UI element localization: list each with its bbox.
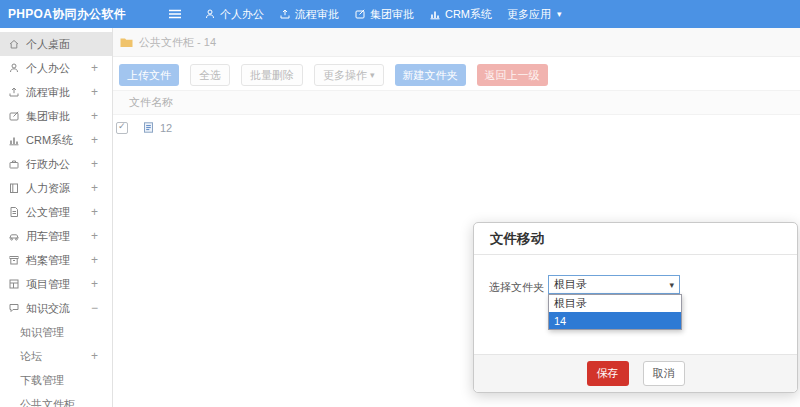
book-icon	[8, 182, 20, 194]
sidebar-item-vehicle-management[interactable]: 用车管理 +	[0, 224, 112, 248]
upload-icon	[279, 8, 291, 20]
file-icon	[143, 122, 154, 133]
select-all-button[interactable]: 全选	[190, 64, 230, 86]
home-icon	[8, 38, 20, 50]
sidebar-item-project-management[interactable]: 项目管理 +	[0, 272, 112, 296]
more-actions-button[interactable]: 更多操作 ▾	[314, 64, 384, 86]
sidebar-item-label: 个人办公	[26, 61, 70, 76]
car-icon	[8, 230, 20, 242]
sidebar-item-label: 项目管理	[26, 277, 70, 292]
expand-plus-icon[interactable]: +	[91, 277, 98, 291]
edit-icon	[8, 110, 20, 122]
save-button[interactable]: 保存	[587, 361, 629, 386]
topbar: PHPOA协同办公软件 个人办公 流程审批	[0, 0, 800, 28]
dropdown-option-14[interactable]: 14	[549, 312, 681, 329]
doc-icon	[8, 206, 20, 218]
upload-icon	[8, 86, 20, 98]
folder-select-dropdown: 根目录 14	[548, 294, 682, 330]
dropdown-option-root[interactable]: 根目录	[549, 295, 681, 312]
expand-plus-icon[interactable]: +	[91, 349, 98, 363]
dialog-title: 文件移动	[490, 230, 544, 248]
sidebar: 个人桌面 个人办公 + 流程审批 + 集团审批 +	[0, 28, 113, 407]
sidebar-item-document-management[interactable]: 公文管理 +	[0, 200, 112, 224]
expand-plus-icon[interactable]: +	[91, 205, 98, 219]
dialog-body: 选择文件夹 根目录 ▾ 根目录 14	[474, 255, 797, 355]
sidebar-item-label: 人力资源	[26, 181, 70, 196]
topnav-personal-office[interactable]: 个人办公	[204, 7, 264, 22]
file-name-column-header: 文件名称	[113, 90, 800, 115]
sidebar-subitem-public-file-cabinet[interactable]: 公共文件柜	[0, 392, 112, 407]
topnav-label: 集团审批	[370, 7, 414, 22]
sidebar-item-label: 下载管理	[20, 373, 64, 388]
top-navigation: 个人办公 流程审批 集团审批 CRM系统	[204, 7, 562, 22]
edit-icon	[354, 8, 366, 20]
caret-down-icon: ▾	[557, 9, 562, 19]
expand-plus-icon[interactable]: +	[91, 229, 98, 243]
expand-plus-icon[interactable]: +	[91, 253, 98, 267]
chart-icon	[8, 134, 20, 146]
breadcrumb: 公共文件柜 - 14	[113, 28, 800, 57]
cancel-button[interactable]: 取消	[643, 361, 685, 386]
sidebar-item-label: 个人桌面	[26, 37, 70, 52]
folder-select-value: 根目录	[554, 277, 587, 292]
sidebar-item-label: 集团审批	[26, 109, 70, 124]
table-row[interactable]: 12	[113, 115, 800, 140]
go-up-level-button[interactable]: 返回上一级	[477, 64, 548, 86]
expand-plus-icon[interactable]: +	[91, 133, 98, 147]
expand-plus-icon[interactable]: +	[91, 109, 98, 123]
toolbar: 上传文件 全选 批量删除 更多操作 ▾ 新建文件夹 返回上一级	[119, 64, 800, 86]
expand-plus-icon[interactable]: +	[91, 157, 98, 171]
sidebar-item-archive-management[interactable]: 档案管理 +	[0, 248, 112, 272]
select-folder-label: 选择文件夹	[482, 280, 544, 295]
new-folder-button[interactable]: 新建文件夹	[395, 64, 466, 86]
topnav-label: 个人办公	[220, 7, 264, 22]
sidebar-item-label: 流程审批	[26, 85, 70, 100]
folder-select[interactable]: 根目录 ▾	[548, 275, 680, 294]
sidebar-subitem-knowledge-management[interactable]: 知识管理	[0, 320, 112, 344]
batch-delete-button[interactable]: 批量删除	[241, 64, 303, 86]
project-icon	[8, 278, 20, 290]
collapse-minus-icon[interactable]: −	[91, 301, 98, 315]
sidebar-item-workflow-approval[interactable]: 流程审批 +	[0, 80, 112, 104]
upload-file-button[interactable]: 上传文件	[119, 64, 179, 86]
caret-down-icon: ▾	[370, 70, 375, 80]
file-move-dialog: 文件移动 选择文件夹 根目录 ▾ 根目录 14 保存 取消	[473, 222, 798, 393]
app-logo: PHPOA协同办公软件	[8, 6, 126, 23]
breadcrumb-text: 公共文件柜 - 14	[139, 35, 216, 50]
expand-plus-icon[interactable]: +	[91, 61, 98, 75]
sidebar-item-label: 知识管理	[20, 325, 64, 340]
topnav-workflow-approval[interactable]: 流程审批	[279, 7, 339, 22]
file-name: 12	[160, 122, 172, 134]
sidebar-item-label: 行政办公	[26, 157, 70, 172]
sidebar-item-label: 公共文件柜	[20, 397, 75, 407]
sidebar-item-human-resources[interactable]: 人力资源 +	[0, 176, 112, 200]
sidebar-item-crm-system[interactable]: CRM系统 +	[0, 128, 112, 152]
sidebar-item-label: 论坛	[20, 349, 42, 364]
topnav-label: 更多应用	[507, 7, 551, 22]
hamburger-menu-icon[interactable]	[168, 8, 182, 20]
archive-icon	[8, 254, 20, 266]
sidebar-item-label: 用车管理	[26, 229, 70, 244]
sidebar-subitem-download-management[interactable]: 下载管理	[0, 368, 112, 392]
expand-plus-icon[interactable]: +	[91, 181, 98, 195]
user-icon	[8, 62, 20, 74]
row-checkbox[interactable]	[116, 122, 128, 134]
sidebar-item-label: 知识交流	[26, 301, 70, 316]
folder-icon	[120, 37, 133, 48]
sidebar-item-label: CRM系统	[26, 133, 73, 148]
sidebar-item-group-approval[interactable]: 集团审批 +	[0, 104, 112, 128]
sidebar-subitem-forum[interactable]: 论坛 +	[0, 344, 112, 368]
sidebar-item-personal-desktop[interactable]: 个人桌面	[0, 32, 112, 56]
dialog-footer: 保存 取消	[474, 354, 797, 392]
dialog-header: 文件移动	[474, 223, 797, 255]
sidebar-item-admin-office[interactable]: 行政办公 +	[0, 152, 112, 176]
topnav-label: CRM系统	[445, 7, 492, 22]
topnav-more-apps[interactable]: 更多应用 ▾	[507, 7, 562, 22]
briefcase-icon	[8, 158, 20, 170]
expand-plus-icon[interactable]: +	[91, 85, 98, 99]
sidebar-item-personal-office[interactable]: 个人办公 +	[0, 56, 112, 80]
topnav-crm-system[interactable]: CRM系统	[429, 7, 492, 22]
topnav-group-approval[interactable]: 集团审批	[354, 7, 414, 22]
user-icon	[204, 8, 216, 20]
sidebar-item-knowledge-exchange[interactable]: 知识交流 −	[0, 296, 112, 320]
